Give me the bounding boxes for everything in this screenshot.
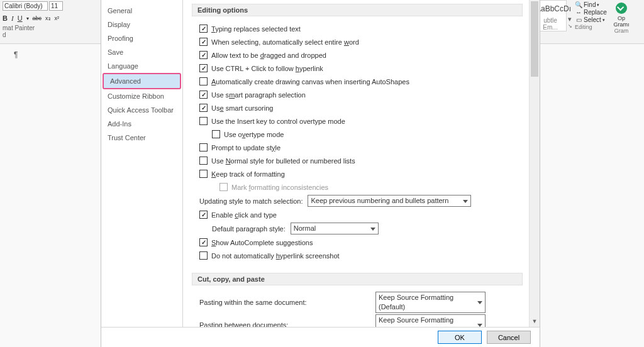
strikethrough-button[interactable]: abc: [33, 15, 42, 21]
lbl-select-word: When selecting, automatically select ent…: [211, 38, 359, 46]
chk-normal-bullets[interactable]: [199, 157, 208, 165]
chk-select-word[interactable]: [199, 38, 208, 46]
lbl-smart-para: Use smart paragraph selection: [211, 91, 306, 99]
replace-button[interactable]: ↔Replace: [575, 9, 609, 16]
ribbon-right-groups: AaBbCcDı ubtle Em... ▾↘ 🔍Find▾ ↔Replace …: [534, 0, 644, 44]
chk-smart-para[interactable]: [199, 91, 208, 99]
ribbon-home-font-group: Calibri (Body) 11 B I U ▾ abc x₂ x² mat …: [0, 0, 101, 44]
editing-group-label: Editing: [575, 24, 609, 30]
lbl-no-hyperlink-ss: Do not automatically hyperlink screensho…: [211, 252, 340, 260]
dialog-footer: OK Cancel: [101, 327, 540, 347]
chk-click-type[interactable]: [199, 211, 208, 219]
lbl-drag-drop: Allow text to be dragged and dropped: [211, 52, 326, 59]
nav-quick-access[interactable]: Quick Access Toolbar: [101, 103, 182, 117]
combo-paste-within[interactable]: Keep Source Formatting (Default): [375, 292, 486, 313]
select-icon: ▭: [575, 16, 582, 23]
chk-ctrl-click[interactable]: [199, 64, 208, 72]
nav-proofing[interactable]: Proofing: [101, 31, 182, 45]
nav-display[interactable]: Display: [101, 18, 182, 31]
select-button[interactable]: ▭Select▾: [575, 16, 609, 23]
lbl-normal-bullets: Use Normal style for bulleted or numbere…: [211, 157, 355, 165]
editing-options-header: Editing options: [192, 4, 523, 16]
grammarly-group[interactable]: Op Gramı Gram: [610, 0, 633, 44]
editing-group: 🔍Find▾ ↔Replace ▭Select▾ Editing: [574, 0, 610, 44]
lbl-prompt-style: Prompt to update style: [211, 144, 280, 151]
font-size-selector[interactable]: 11: [49, 1, 63, 11]
ok-button[interactable]: OK: [438, 331, 482, 344]
lbl-updating-style: Updating style to match selection:: [199, 197, 303, 205]
cancel-button[interactable]: Cancel: [487, 331, 531, 344]
replace-icon: ↔: [575, 9, 582, 16]
nav-language[interactable]: Language: [101, 59, 182, 73]
lbl-click-type: Enable click and type: [211, 211, 277, 219]
chk-prompt-style[interactable]: [199, 143, 208, 151]
lbl-overtype: Use overtype mode: [224, 131, 284, 138]
lbl-default-para: Default paragraph style:: [212, 225, 286, 233]
grammarly-op-label: Op: [610, 15, 633, 21]
nav-trust-center[interactable]: Trust Center: [101, 131, 182, 145]
lbl-mark-inconsist: Mark formatting inconsistencies: [231, 184, 328, 191]
scroll-down-arrow-icon[interactable]: ▼: [530, 316, 540, 327]
underline-button[interactable]: U: [18, 14, 23, 22]
chk-typing-replaces[interactable]: [199, 25, 208, 33]
lbl-smart-cursor: Use smart cursoring: [211, 104, 273, 112]
nav-general[interactable]: General: [101, 4, 182, 18]
italic-button[interactable]: I: [11, 14, 14, 22]
lbl-keep-track: Keep track of formatting: [211, 170, 285, 178]
chk-drag-drop[interactable]: [199, 51, 208, 59]
lbl-paste-within: Pasting within the same document:: [199, 299, 375, 306]
chk-smart-cursor[interactable]: [199, 104, 208, 112]
styles-more[interactable]: ▾↘: [567, 0, 574, 44]
cut-copy-paste-header: Cut, copy, and paste: [192, 273, 523, 285]
chk-insert-key[interactable]: [199, 117, 208, 125]
chk-mark-inconsist: [219, 183, 228, 191]
lbl-paste-between: Pasting between documents:: [199, 321, 375, 327]
combo-paste-between[interactable]: Keep Source Formatting (Default): [375, 314, 486, 327]
subscript-button[interactable]: x₂: [45, 15, 51, 21]
find-icon: 🔍: [575, 1, 582, 8]
nav-advanced[interactable]: Advanced: [103, 73, 181, 89]
scroll-thumb[interactable]: [531, 1, 538, 77]
chk-overtype[interactable]: [212, 130, 220, 138]
lbl-auto-canvas: Automatically create drawing canvas when…: [211, 78, 409, 85]
chk-keep-track[interactable]: [199, 170, 208, 178]
lbl-typing-replaces: Typing replaces selected text: [211, 25, 301, 33]
options-content: Editing options Typing replaces selected…: [183, 0, 529, 327]
nav-add-ins[interactable]: Add-Ins: [101, 117, 182, 131]
chk-auto-canvas[interactable]: [199, 77, 208, 85]
chk-no-hyperlink-ss[interactable]: [199, 251, 208, 260]
combo-default-para[interactable]: Normal: [291, 223, 379, 234]
lbl-autocomplete: Show AutoComplete suggestions: [211, 239, 313, 246]
nav-customize-ribbon[interactable]: Customize Ribbon: [101, 89, 182, 103]
grammarly-icon: [616, 3, 627, 14]
paragraph-mark-icon: ¶: [14, 50, 18, 59]
find-button[interactable]: 🔍Find▾: [575, 1, 609, 8]
grammarly-name-label: Gramı: [610, 21, 633, 28]
superscript-button[interactable]: x²: [55, 15, 60, 21]
combo-updating-style[interactable]: Keep previous numbering and bullets patt…: [308, 195, 471, 207]
clipboard-label-frag: d: [3, 31, 6, 38]
options-nav: General Display Proofing Save Language A…: [101, 0, 183, 327]
font-name-selector[interactable]: Calibri (Body): [3, 1, 48, 11]
nav-save[interactable]: Save: [101, 45, 182, 59]
word-options-dialog: General Display Proofing Save Language A…: [101, 0, 540, 347]
chk-autocomplete[interactable]: [199, 238, 208, 246]
grammarly-group-label: Gram: [610, 28, 633, 34]
lbl-ctrl-click: Use CTRL + Click to follow hyperlink: [211, 65, 323, 72]
vertical-scrollbar[interactable]: ▲ ▼: [529, 0, 540, 327]
lbl-insert-key: Use the Insert key to control overtype m…: [211, 118, 345, 125]
bold-button[interactable]: B: [3, 14, 8, 22]
format-painter-label[interactable]: mat Painter: [3, 25, 35, 31]
